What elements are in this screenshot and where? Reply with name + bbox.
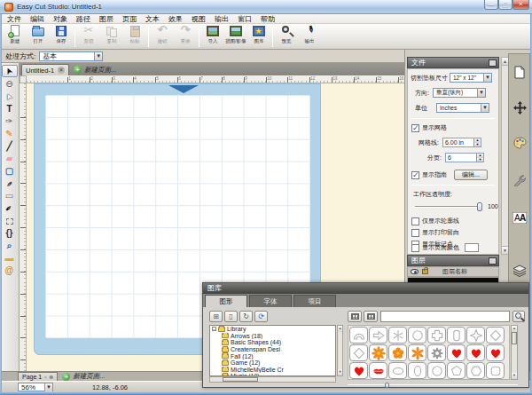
lock-icon[interactable] (422, 269, 428, 274)
shape-diamond[interactable] (486, 327, 505, 344)
tree-horizontal-scrollbar[interactable] (209, 376, 336, 383)
edit-guides-button[interactable]: 编辑... (454, 170, 488, 180)
library-star-button[interactable]: ★图库 (247, 25, 270, 49)
tab-page-1[interactable]: Page 1 ▫ ⊗ (18, 372, 58, 381)
eraser-tool[interactable]: ▰ (2, 153, 18, 165)
shapes-vertical-scrollbar[interactable]: ▲ ▼ (511, 325, 518, 380)
new-page-button[interactable]: + 新建页面... (69, 64, 121, 75)
menu-item-3[interactable]: 对象 (49, 14, 72, 24)
import-image-button[interactable]: 导入 (201, 25, 224, 49)
shape-ellipse-v[interactable] (408, 362, 426, 379)
library-search-input[interactable] (380, 311, 510, 322)
grid-view-large-button[interactable] (364, 311, 378, 322)
tree-item-5[interactable]: Game (12) (210, 359, 335, 367)
save-button[interactable]: 保存 (50, 25, 73, 49)
library-title-bar[interactable]: 图库 (203, 283, 528, 294)
open-folder-button[interactable]: 打开 (27, 25, 50, 49)
mat-size-select[interactable]: 12" x 12" ▼ (450, 73, 492, 83)
shape-heart[interactable] (349, 362, 368, 379)
show-guides-checkbox[interactable] (411, 171, 419, 179)
minimize-button[interactable]: — (484, 0, 498, 10)
panel-menu-icon[interactable] (489, 59, 497, 67)
shape-arch[interactable] (349, 327, 368, 344)
spinner-buttons[interactable]: ▲▼ (473, 138, 481, 146)
shape-arrow-right[interactable] (369, 327, 387, 344)
shape-snowflake[interactable] (388, 327, 407, 344)
oval-select-tool[interactable]: ⊖ (2, 78, 18, 91)
file-panel-header[interactable]: 文件 (407, 57, 499, 68)
pencil-tool[interactable]: ✎ (2, 128, 18, 140)
visibility-eye-icon[interactable] (411, 269, 419, 274)
menu-item-8[interactable]: 效果 (164, 14, 187, 24)
search-button[interactable] (512, 311, 525, 322)
knife-tool[interactable]: ✒ (2, 202, 18, 215)
tab-untitled-1[interactable]: Untitled-1 ✕ (21, 64, 69, 75)
shape-heart[interactable] (447, 344, 466, 361)
crop-tool[interactable]: ▭ (2, 190, 18, 202)
orientation-select[interactable]: 垂直(纵向) ▼ (433, 88, 486, 98)
import-shape-button[interactable]: ↻ (239, 311, 253, 322)
tree-vertical-scrollbar[interactable]: ▲ ▼ (337, 325, 343, 376)
scroll-thumb[interactable] (223, 377, 258, 382)
title-bar[interactable]: Easy Cut Studio: Untitled-1 (0, 0, 532, 14)
panel-menu-icon[interactable] (489, 257, 497, 265)
tree-item-6[interactable]: MichelleMyBelle Cr (210, 367, 335, 374)
spinner-buttons[interactable]: ▲▼ (476, 154, 483, 162)
tree-item-4[interactable]: Fall (12) (210, 352, 335, 359)
library-window[interactable]: 图库 图形 字体 项目 ⊞ ▯ ↻ ⟳ −LibraryArrows (18)B… (202, 282, 529, 388)
menu-item-11[interactable]: 窗口 (233, 14, 256, 24)
eyedropper-tool[interactable]: ✒ (2, 178, 18, 190)
menu-item-10[interactable]: 输出 (210, 14, 233, 24)
menu-item-4[interactable]: 路径 (72, 14, 95, 24)
expander-icon[interactable]: − (212, 327, 216, 331)
node-edit-tool[interactable]: ➤ (2, 91, 18, 103)
scroll-up-icon[interactable]: ▲ (338, 326, 342, 332)
scroll-down-icon[interactable]: ▼ (502, 246, 508, 254)
opacity-slider[interactable] (415, 202, 482, 211)
shape-lips[interactable] (369, 362, 387, 379)
shape-gear[interactable] (427, 344, 446, 361)
tree-item-2[interactable]: Basic Shapes (44) (210, 339, 335, 346)
tree-root-library[interactable]: −Library (210, 326, 335, 333)
zoom-level-select[interactable]: 56% ▼ (18, 383, 53, 391)
refresh-button[interactable]: ⟳ (254, 311, 268, 322)
outlines-only-checkbox[interactable] (411, 217, 419, 225)
text-tool[interactable]: T (2, 103, 18, 115)
shape-heart[interactable] (486, 344, 505, 361)
gridline-input[interactable]: 6.00 in ▲▼ (442, 138, 481, 147)
tree-item-1[interactable]: Arrows (18) (210, 333, 335, 340)
layers-icon[interactable] (512, 264, 527, 278)
maximize-button[interactable]: ▢ (498, 0, 512, 10)
shape-star4[interactable] (466, 327, 485, 344)
menu-item-7[interactable]: 文本 (141, 14, 164, 24)
shape-squircle[interactable] (486, 362, 505, 379)
shape-cross[interactable] (427, 327, 446, 344)
page-color-checkbox[interactable] (411, 244, 419, 252)
palette-icon[interactable] (512, 136, 527, 150)
slider-thumb[interactable] (477, 202, 482, 211)
wrench-icon[interactable] (512, 173, 527, 187)
show-grid-checkbox[interactable] (411, 124, 419, 132)
tree-item-3[interactable]: Createnspan Desi (210, 346, 335, 353)
scroll-down-icon[interactable]: ▼ (512, 373, 517, 379)
grid-view-small-button[interactable] (348, 311, 362, 322)
scroll-up-icon[interactable]: ▲ (512, 326, 517, 332)
subdivision-input[interactable]: 6 ▲▼ (445, 153, 484, 162)
menu-item-12[interactable]: 帮助 (256, 14, 279, 24)
shape-rounded-rect[interactable] (447, 327, 466, 344)
line-tool[interactable]: ╱ (2, 140, 18, 153)
move-icon[interactable] (512, 100, 527, 115)
close-button[interactable]: ✕ (512, 0, 529, 10)
shape-heart[interactable] (466, 344, 485, 361)
tab-shapes[interactable]: 图形 (205, 295, 247, 307)
output-pen-button[interactable]: ✒输出 (298, 25, 321, 49)
shape-flower6[interactable] (408, 344, 426, 361)
spiral-tool[interactable]: @ (2, 265, 18, 277)
thumbnail-size-slider[interactable] (348, 383, 518, 388)
shapes-tool[interactable]: ▢ (2, 165, 18, 178)
menu-item-9[interactable]: 视图 (187, 14, 210, 24)
shape-circle[interactable] (408, 327, 426, 344)
new-folder-button[interactable]: ⊞ (209, 311, 223, 322)
shape-pentagon[interactable] (447, 362, 466, 379)
tab-projects[interactable]: 项目 (293, 295, 336, 307)
